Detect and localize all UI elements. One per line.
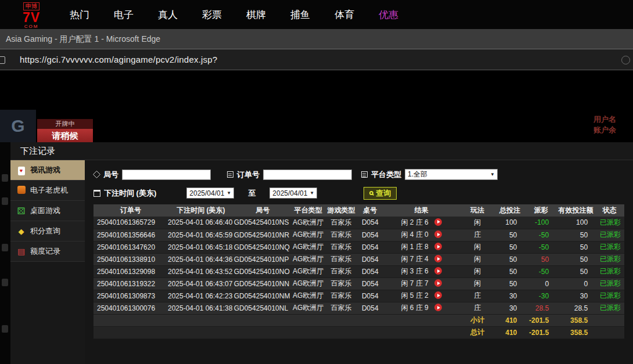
sidebar-item-label: 视讯游戏 bbox=[30, 165, 60, 175]
window-title: Asia Gaming - 用户配置 1 - Microsoft Edge bbox=[6, 34, 160, 44]
replay-icon[interactable] bbox=[434, 304, 442, 311]
list-icon bbox=[361, 171, 368, 178]
sidebar-item-label: 桌面游戏 bbox=[30, 206, 60, 216]
username-label: 用户名 bbox=[594, 114, 633, 125]
address-bar[interactable]: https://gci.7vvvvvv.com/agingame/pcv2/in… bbox=[0, 49, 633, 70]
please-wait-label: 请稍候 bbox=[37, 129, 93, 143]
cell-table: D054 bbox=[358, 229, 383, 241]
subtotal-cell-round bbox=[234, 314, 292, 326]
dice-icon bbox=[17, 206, 26, 216]
nav-item[interactable]: 彩票 bbox=[202, 8, 222, 21]
cell-result: 闲 3 庄 6 bbox=[383, 265, 461, 277]
cell-status: 已派彩 bbox=[595, 217, 624, 229]
cell-result: 闲 2 庄 6 bbox=[383, 217, 461, 229]
cell-game: 百家乐 bbox=[325, 217, 358, 229]
grand_total-cell-status bbox=[595, 326, 624, 338]
replay-icon[interactable] bbox=[434, 279, 442, 287]
cell-time: 2025-04-01 06:43:52 bbox=[168, 265, 234, 277]
dealing-box: 开牌中 请稍候 bbox=[37, 119, 93, 143]
cell-result: 闲 6 庄 9 bbox=[383, 302, 461, 314]
nav-item[interactable]: 优惠 bbox=[379, 8, 398, 21]
cell-time: 2025-04-01 06:41:38 bbox=[168, 302, 234, 314]
search-button[interactable]: 查询 bbox=[364, 187, 397, 200]
subtotal-cell-result bbox=[383, 314, 461, 326]
cell-valid: 28.5 bbox=[557, 302, 595, 314]
cell-status: 已派彩 bbox=[595, 229, 624, 241]
replay-icon[interactable] bbox=[434, 267, 442, 275]
grand_total-cell-time bbox=[168, 326, 234, 338]
cell-payout: 28.5 bbox=[525, 302, 557, 314]
nav-item[interactable]: 电子 bbox=[114, 8, 134, 21]
cell-round: GD054254010NN bbox=[234, 277, 292, 290]
cell-order: 250401061329098 bbox=[93, 265, 168, 277]
browser-action-icon[interactable] bbox=[621, 56, 630, 64]
platform-select[interactable]: 1.全部 ▼ bbox=[405, 169, 498, 180]
replay-icon[interactable] bbox=[434, 291, 442, 299]
sidebar-item-label: 电子老虎机 bbox=[30, 185, 68, 196]
replay-icon[interactable] bbox=[434, 255, 442, 262]
grand_total-cell-bet: 410 bbox=[495, 326, 526, 338]
cell-game: 百家乐 bbox=[325, 277, 358, 290]
column-header: 总投注 bbox=[495, 204, 526, 217]
nav-item[interactable]: 真人 bbox=[158, 8, 178, 21]
account-labels: 用户名 账户余 bbox=[594, 114, 633, 135]
sidebar-item[interactable]: 桌面游戏 bbox=[10, 201, 85, 221]
cell-table: D054 bbox=[358, 265, 383, 277]
nav-item[interactable]: 体育 bbox=[335, 8, 354, 21]
table-row: 2504010613657292025-04-01 06:46:40GD0542… bbox=[93, 217, 624, 229]
round-input[interactable] bbox=[122, 170, 211, 180]
ag-logo: G bbox=[0, 110, 36, 142]
nav-item[interactable]: 捕鱼 bbox=[290, 8, 310, 21]
site-logo[interactable]: 申博 7V COM bbox=[13, 1, 50, 29]
bet-time-label: 下注时间 (美东) bbox=[104, 188, 156, 199]
sidebar-item[interactable]: 积分查询 bbox=[10, 221, 85, 242]
subtotal-cell-valid: 358.5 bbox=[557, 314, 595, 326]
column-header: 派彩 bbox=[525, 204, 557, 217]
left-edge-partial-icon bbox=[2, 197, 8, 205]
result-text: 闲 2 庄 6 bbox=[401, 218, 428, 226]
left-edge-partial-icon bbox=[2, 325, 8, 333]
url-text[interactable]: https://gci.7vvvvvv.com/agingame/pcv2/in… bbox=[20, 55, 217, 64]
cell-play: 闲 bbox=[461, 253, 495, 265]
cell-table: D054 bbox=[358, 217, 383, 229]
result-text: 闲 3 庄 6 bbox=[401, 267, 428, 275]
diamond-icon bbox=[19, 227, 24, 236]
cell-result: 闲 7 庄 4 bbox=[383, 253, 461, 265]
order-filter: 订单号 bbox=[227, 170, 352, 180]
cell-play: 闲 bbox=[461, 217, 495, 229]
window-titlebar: Asia Gaming - 用户配置 1 - Microsoft Edge bbox=[0, 29, 633, 49]
grand_total-row: 总计410-201.5358.5 bbox=[93, 326, 624, 338]
nav-item[interactable]: 热门 bbox=[70, 8, 89, 21]
filters: 局号 订单号 平台类型 1.全部 bbox=[93, 160, 633, 200]
time-filter-label: 下注时间 (美东) bbox=[93, 188, 156, 199]
replay-icon[interactable] bbox=[434, 230, 442, 238]
cell-platform: AG欧洲厅 bbox=[292, 265, 325, 277]
grand_total-cell-round bbox=[234, 326, 292, 338]
sidebar-item[interactable]: 额度记录 bbox=[10, 242, 85, 262]
date-to-select[interactable]: 2025/04/01 ▼ bbox=[269, 188, 317, 199]
search-button-label: 查询 bbox=[376, 188, 391, 199]
cell-bet: 30 bbox=[495, 302, 526, 314]
cell-table: D054 bbox=[358, 277, 383, 290]
order-input[interactable] bbox=[263, 170, 352, 180]
cell-time: 2025-04-01 06:45:59 bbox=[168, 229, 234, 241]
cell-table: D054 bbox=[358, 302, 383, 314]
result-text: 闲 7 庄 7 bbox=[401, 279, 428, 287]
nav-item[interactable]: 棋牌 bbox=[246, 8, 266, 21]
calendar-icon bbox=[93, 190, 100, 197]
subtotal-row: 小计410-201.5358.5 bbox=[93, 314, 624, 326]
replay-icon[interactable] bbox=[434, 243, 442, 250]
cell-platform: AG欧洲厅 bbox=[292, 290, 325, 302]
column-header: 结果 bbox=[383, 204, 461, 217]
result-text: 闲 5 庄 2 bbox=[401, 291, 428, 300]
table-row: 2504010613566462025-04-01 06:45:59GD0542… bbox=[93, 229, 624, 241]
cell-round: GD054254010NL bbox=[234, 302, 292, 314]
date-from-select[interactable]: 2025/04/01 ▼ bbox=[186, 188, 234, 199]
grand_total-cell-play: 总计 bbox=[461, 326, 495, 338]
cell-status: 已派彩 bbox=[595, 302, 624, 314]
sidebar-item[interactable]: 电子老虎机 bbox=[10, 181, 85, 201]
subtotal-cell-platform bbox=[292, 314, 325, 326]
replay-icon[interactable] bbox=[434, 218, 442, 226]
sidebar-item[interactable]: 视讯游戏 bbox=[10, 160, 85, 181]
subtotal-cell-bet: 410 bbox=[495, 314, 526, 326]
